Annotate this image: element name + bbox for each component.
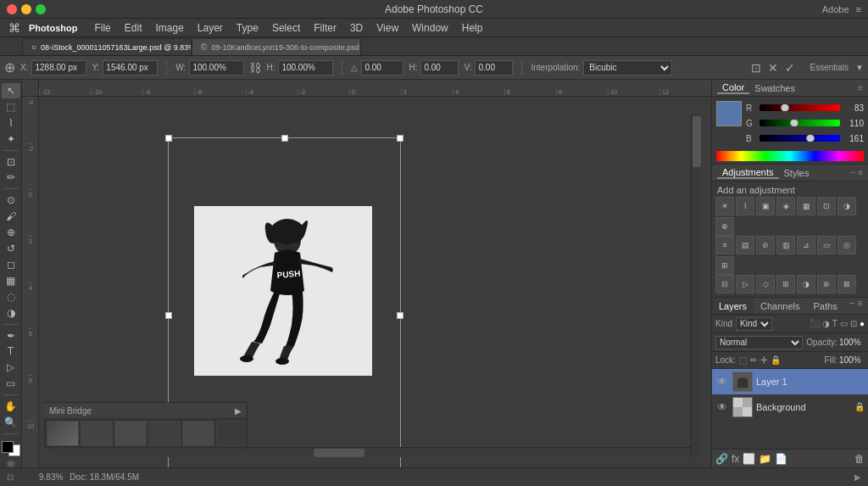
hsl-adj-icon[interactable]: ▦: [797, 197, 815, 215]
mini-bridge-thumb-2[interactable]: [81, 421, 113, 446]
hskew-input[interactable]: [420, 60, 459, 75]
new-layer-icon[interactable]: 📄: [775, 453, 787, 465]
vibrance-adj-icon[interactable]: ◈: [776, 197, 795, 215]
mini-bridge-icon[interactable]: ⊡: [7, 472, 32, 482]
w-input[interactable]: [189, 60, 244, 75]
blend-mode-select[interactable]: Normal Multiply Screen: [715, 336, 803, 349]
eyedropper-tool[interactable]: ✏: [2, 170, 20, 186]
menu-icon[interactable]: ≡: [856, 4, 861, 14]
mini-bridge-panel[interactable]: Mini Bridge ▶: [44, 402, 248, 449]
lock-pixels-icon[interactable]: ✏: [750, 355, 757, 365]
color-swatches[interactable]: [2, 441, 20, 456]
red-slider[interactable]: [760, 104, 840, 111]
lasso-tool[interactable]: ⌇: [2, 115, 20, 131]
blue-thumb[interactable]: [806, 135, 815, 142]
lock-transparent-icon[interactable]: ⬚: [739, 355, 747, 365]
pen-tool[interactable]: ✒: [2, 328, 20, 344]
zoom-tool[interactable]: 🔍: [2, 415, 20, 430]
marquee-tool[interactable]: ⬚: [2, 99, 20, 115]
close-button[interactable]: [7, 4, 17, 14]
vertical-scrollbar[interactable]: [691, 114, 701, 457]
selective-color-adj-icon[interactable]: ◎: [837, 236, 856, 254]
filter-adj-icon[interactable]: ◑: [822, 319, 830, 328]
blue-slider[interactable]: [760, 135, 840, 142]
workspace-arrow[interactable]: ▼: [855, 63, 864, 72]
foreground-color[interactable]: [2, 441, 14, 453]
photofilter-adj-icon[interactable]: ⊕: [715, 217, 734, 236]
adj-extra-7[interactable]: ⊠: [837, 275, 856, 293]
adj-extra-6[interactable]: ⊛: [817, 275, 836, 293]
apple-menu[interactable]: ⌘: [0, 21, 29, 35]
layers-panel-options[interactable]: − ≡: [849, 298, 868, 314]
adjustments-tab[interactable]: Adjustments: [717, 167, 779, 179]
layer-visibility-bg[interactable]: 👁: [715, 400, 729, 414]
gradient-map-adj-icon[interactable]: ▭: [817, 236, 836, 254]
adj-extra-4[interactable]: ⊞: [776, 275, 795, 293]
mini-bridge-thumb-3[interactable]: [114, 421, 147, 446]
dodge-tool[interactable]: ◑: [2, 305, 20, 321]
interpolation-select[interactable]: Bicubic Bilinear Nearest Neighbor: [583, 60, 672, 75]
blur-tool[interactable]: ◌: [2, 289, 20, 304]
handle-top-center[interactable]: [281, 135, 288, 142]
lock-position-icon[interactable]: ✛: [760, 355, 767, 365]
threshold-adj-icon[interactable]: ⊿: [797, 236, 815, 254]
filter-shape-icon[interactable]: ▭: [840, 319, 848, 328]
shape-tool[interactable]: ▭: [2, 376, 20, 391]
add-style-icon[interactable]: fx: [732, 453, 739, 465]
paths-tab[interactable]: Paths: [807, 298, 844, 314]
colorbalance-adj-icon[interactable]: ⊡: [817, 197, 836, 215]
maximize-button[interactable]: [36, 4, 46, 14]
blackwhite-adj-icon[interactable]: ◑: [837, 197, 856, 215]
mini-bridge-thumb-6[interactable]: [216, 421, 247, 446]
vskew-input[interactable]: [475, 60, 513, 75]
x-input[interactable]: [31, 60, 86, 75]
move-tool[interactable]: ↖: [2, 83, 20, 98]
menu-view[interactable]: View: [370, 19, 405, 36]
curves-adj-icon[interactable]: ⌇: [736, 197, 754, 215]
menu-3d[interactable]: 3D: [343, 19, 370, 36]
adj-extra-1[interactable]: ⊟: [715, 275, 734, 293]
opacity-value[interactable]: 100%: [839, 338, 865, 347]
essentials-label[interactable]: Essentials: [810, 63, 849, 72]
spot-heal-tool[interactable]: ⊙: [2, 193, 20, 208]
layer-item-1[interactable]: 👁 Layer 1: [712, 369, 868, 394]
brush-tool[interactable]: 🖌: [2, 209, 20, 224]
menu-file[interactable]: File: [87, 19, 117, 36]
menu-layer[interactable]: Layer: [191, 19, 230, 36]
handle-middle-left[interactable]: [165, 312, 172, 319]
mini-bridge-thumb-5[interactable]: [182, 421, 214, 446]
filter-pixel-icon[interactable]: ⬛: [810, 319, 820, 328]
canvas-area[interactable]: -12 -10 -8 -6 -4 -2 0 2 4 6 8 10 12 -4: [22, 80, 711, 467]
handle-top-right[interactable]: [397, 135, 403, 142]
history-tool[interactable]: ↺: [2, 241, 20, 256]
new-group-icon[interactable]: 📁: [759, 453, 771, 465]
adj-extra-2[interactable]: ▷: [736, 275, 754, 293]
cancel-transform-icon[interactable]: ✕: [768, 61, 778, 75]
eraser-tool[interactable]: ◻: [2, 257, 20, 272]
rotation-input[interactable]: [361, 60, 403, 75]
fill-value[interactable]: 100%: [839, 355, 865, 365]
menu-filter[interactable]: Filter: [307, 19, 343, 36]
mini-bridge-thumb-1[interactable]: [47, 421, 79, 446]
layer-visibility-1[interactable]: 👁: [715, 375, 729, 388]
channels-tab[interactable]: Channels: [754, 298, 806, 314]
status-arrow[interactable]: ▶: [854, 472, 861, 482]
handle-middle-right[interactable]: [397, 312, 403, 319]
menu-image[interactable]: Image: [148, 19, 190, 36]
delete-layer-icon[interactable]: 🗑: [854, 453, 865, 465]
green-thumb[interactable]: [790, 120, 798, 126]
invert-adj-icon[interactable]: ⊘: [756, 236, 775, 254]
adj-panel-options[interactable]: − ≡: [851, 168, 863, 177]
h-input[interactable]: [278, 60, 333, 75]
menu-edit[interactable]: Edit: [118, 19, 149, 36]
minimize-button[interactable]: [21, 4, 31, 14]
layers-tab[interactable]: Layers: [712, 298, 754, 314]
magic-wand-tool[interactable]: ✦: [2, 131, 20, 147]
kind-select[interactable]: Kind: [736, 317, 772, 331]
link-wh-icon[interactable]: ⛓: [249, 61, 261, 75]
adj-extra-3[interactable]: ◇: [756, 275, 775, 293]
exposure-adj-icon[interactable]: ▣: [756, 197, 775, 215]
color-preview[interactable]: [716, 101, 742, 126]
mini-bridge-thumb-4[interactable]: [148, 421, 181, 446]
gradient-tool[interactable]: ▦: [2, 273, 20, 288]
